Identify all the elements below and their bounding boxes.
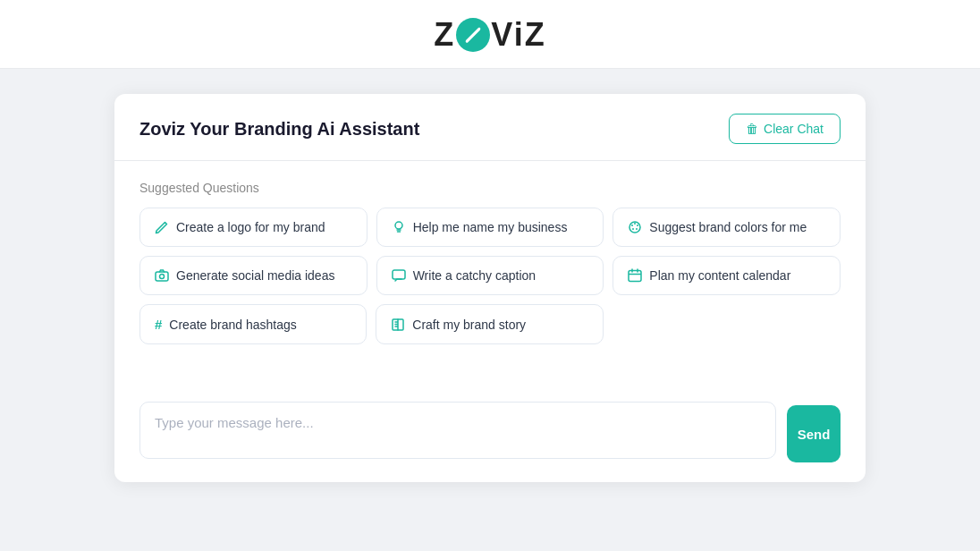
hash-icon: # <box>155 317 162 332</box>
svg-line-0 <box>467 29 479 41</box>
logo: Z ViZ <box>434 16 545 54</box>
scroll-gradient <box>114 352 866 387</box>
suggestion-hashtags-label: Create brand hashtags <box>169 318 296 332</box>
suggestion-caption-label: Write a catchy caption <box>413 268 536 283</box>
chat-icon <box>392 268 406 283</box>
suggestion-caption[interactable]: Write a catchy caption <box>376 256 604 295</box>
bulb-icon <box>392 220 406 234</box>
chat-scroll-area <box>114 344 866 387</box>
calendar-icon <box>628 268 642 283</box>
svg-rect-11 <box>629 271 641 282</box>
send-button[interactable]: Send <box>787 405 841 462</box>
svg-point-9 <box>160 275 165 279</box>
svg-rect-8 <box>156 272 168 281</box>
suggestions-row-3: # Create brand hashtags Craft my brand s… <box>139 304 841 344</box>
chat-input-area: Send <box>114 387 866 482</box>
suggestions-grid: Create a logo for my brand Help me name … <box>139 208 841 295</box>
chat-title: Zoviz Your Branding Ai Assistant <box>139 119 419 140</box>
svg-point-6 <box>632 228 634 230</box>
suggestion-hashtags[interactable]: # Create brand hashtags <box>139 304 367 344</box>
svg-point-5 <box>637 225 638 226</box>
chat-input[interactable] <box>139 402 776 459</box>
suggestion-colors[interactable]: Suggest brand colors for me <box>612 208 841 247</box>
chat-body: Suggested Questions Create a logo for my… <box>114 161 866 344</box>
send-label: Send <box>798 427 831 442</box>
suggestion-name[interactable]: Help me name my business <box>376 208 604 247</box>
clear-chat-label: Clear Chat <box>764 122 824 136</box>
suggestion-social[interactable]: Generate social media ideas <box>139 256 368 295</box>
chat-header: Zoviz Your Branding Ai Assistant 🗑 Clear… <box>114 94 866 161</box>
svg-rect-10 <box>393 270 405 279</box>
clear-chat-button[interactable]: 🗑 Clear Chat <box>729 114 841 144</box>
trash-icon: 🗑 <box>746 122 758 136</box>
suggested-questions-label: Suggested Questions <box>139 181 841 195</box>
svg-point-1 <box>395 222 402 229</box>
camera-icon <box>155 268 169 283</box>
suggestion-name-label: Help me name my business <box>413 220 568 234</box>
main-container: Zoviz Your Branding Ai Assistant 🗑 Clear… <box>114 94 866 482</box>
top-bar: Z ViZ <box>0 0 980 69</box>
svg-point-7 <box>636 228 638 230</box>
suggestion-story[interactable]: Craft my brand story <box>376 304 603 344</box>
book-icon <box>391 318 405 332</box>
logo-z-left: Z <box>434 16 455 54</box>
logo-o-icon <box>456 18 490 52</box>
suggestion-colors-label: Suggest brand colors for me <box>649 220 807 234</box>
suggestion-logo-label: Create a logo for my brand <box>176 220 325 234</box>
chat-input-wrapper <box>139 402 776 462</box>
suggestion-logo[interactable]: Create a logo for my brand <box>139 208 368 247</box>
logo-viz-text: ViZ <box>491 16 545 54</box>
pencil-icon <box>155 220 169 234</box>
svg-point-3 <box>631 225 633 226</box>
suggestion-social-label: Generate social media ideas <box>176 268 334 283</box>
suggestion-calendar-label: Plan my content calendar <box>649 268 790 283</box>
suggestion-calendar[interactable]: Plan my content calendar <box>612 256 841 295</box>
svg-point-4 <box>634 223 636 225</box>
suggestion-story-label: Craft my brand story <box>412 318 526 332</box>
palette-icon <box>628 220 642 234</box>
